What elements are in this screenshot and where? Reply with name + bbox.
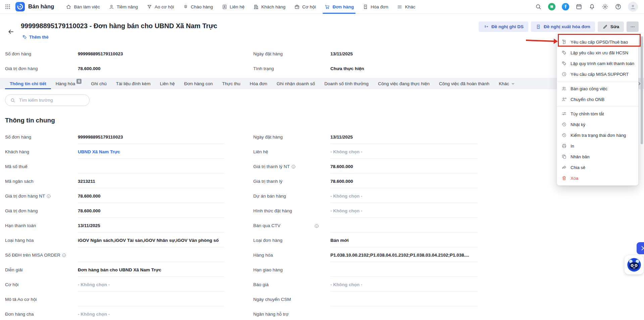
form-field-label: Diễn giải [5,267,23,272]
form-field-value[interactable]: - Không chọn - [330,205,478,218]
bell-icon[interactable] [589,3,595,10]
nav-item[interactable]: Chào hàng [178,0,217,14]
menu-item[interactable]: Chia sẻ [557,162,638,173]
form-field-value[interactable] [330,294,478,306]
form-field: Giá trị đơn hàng NT 78.600.000 [5,191,224,205]
action-button-label: Sửa [610,24,619,29]
nav-item[interactable]: Ao cơ hội [142,0,178,14]
menu-item[interactable]: Kiểm tra trạng thái đơn hàng [557,130,638,141]
form-field-value[interactable]: 13/11/2025 [330,131,478,144]
menu-item[interactable]: Tùy chỉnh tóm tắt [557,108,638,119]
menu-item[interactable]: Xóa [557,173,638,183]
menu-item[interactable]: Yêu cầu cấp MISA SUPPORT [557,69,638,79]
facebook-icon[interactable]: f [562,3,569,10]
form-field-value[interactable]: - Không chọn - [78,309,224,320]
form-field-value[interactable] [78,250,224,262]
nav-item[interactable]: Liên hệ [217,0,249,14]
printer-icon [561,143,567,149]
form-field-label: Dự án bán hàng [253,194,286,199]
tab[interactable]: Thông tin chi tiết [5,78,51,89]
form-field: Giá trị đơn hàng 78.600.000 [5,205,224,220]
tab-bar: Thông tin chi tiết Hàng hóa 6 Ghi chú Tà… [0,78,644,89]
form-field-value[interactable]: Bán mới [330,235,478,247]
form-field-value[interactable]: 999998895179110023 [78,131,224,144]
menu-item[interactable]: Nhân bản [557,151,638,162]
menu-item[interactable]: Chuyển cho ONB [557,94,638,105]
nav-item-label: Khác [405,4,415,9]
menu-item[interactable]: Nhật ký [557,119,638,130]
form-field-value[interactable]: UBND Xã Nam Trực [78,146,224,159]
form-field-value[interactable]: 78.600.000 [330,161,478,173]
form-field-value[interactable]: 13/11/2025 [78,220,224,232]
tab-badge: 6 [76,79,82,84]
tab[interactable]: Khác [494,78,520,89]
form-field-value[interactable] [78,294,224,306]
menu-item[interactable]: In [557,141,638,151]
menu-item[interactable]: Yêu cầu cấp GPSD/Thuê bao [557,37,638,47]
menu-item[interactable]: Bàn giao công việc [557,83,638,94]
calendar-icon[interactable] [576,3,582,10]
vertical-scrollbar[interactable] [641,36,643,144]
help-icon[interactable] [615,3,622,10]
action-button-label: Đề nghị ghi DS [491,24,524,29]
form-field-value[interactable]: - Không chọn - [78,279,224,291]
edit-button[interactable]: Sửa [598,21,624,32]
tab[interactable]: Doanh số tính thưởng [320,78,373,89]
nav-item[interactable]: Khác [392,0,420,14]
add-tag-link[interactable]: Thêm thẻ [22,35,49,40]
form-field-value[interactable]: 78.600.000 [78,191,224,203]
form-field-label: Giá trị đơn hàng [5,208,38,213]
tab[interactable]: Ghi chú [86,78,111,89]
propose-ds-button[interactable]: Đề nghị ghi DS [479,21,528,32]
app-launcher-icon[interactable] [5,4,11,10]
search-input[interactable] [18,97,85,103]
form-field-value[interactable]: P1.038.10.00.2102;P1.038.04.01.2102;P1.0… [330,250,478,262]
form-field-value[interactable] [330,264,478,277]
tab[interactable]: Đơn hàng con [179,78,217,89]
form-field-value[interactable]: - Không chọn - [330,146,478,159]
search-icon[interactable] [535,3,542,10]
form-field-value[interactable]: - Không chọn - [330,279,478,291]
form-field-value[interactable] [330,309,478,320]
form-field-value[interactable]: 78.600.000 [78,205,224,218]
nav-item-label: Bàn làm việc [74,4,100,9]
misa-book-icon[interactable] [548,3,555,10]
back-arrow-icon[interactable] [7,28,14,35]
nav-item[interactable]: Tiềm năng [104,0,142,14]
form-field-value[interactable]: - Không chọn - [330,191,478,203]
menu-item[interactable]: Lập yêu cầu xin ưu đãi HCSN [557,47,638,58]
menu-item[interactable]: Lập quy trình cam kết thanh toán [557,58,638,69]
collapse-chevron-button[interactable] [637,242,644,254]
share-icon [561,165,567,170]
nav-item[interactable]: Đơn hàng [320,0,358,14]
nav-item[interactable]: Cơ hội [290,0,320,14]
tab[interactable]: Tài liệu đính kèm [111,78,155,89]
info-icon [46,194,51,199]
tab[interactable]: Ghi nhận doanh số [272,78,320,89]
form-field-value[interactable]: 3213211 [78,176,224,188]
nav-item[interactable]: Khách hàng [249,0,290,14]
form-field-value[interactable]: 78.600.000 [330,176,478,188]
propose-invoice-button[interactable]: Đề nghị xuất hóa đơn [531,21,595,32]
history-icon [561,122,567,127]
tab[interactable]: Liên hệ [155,78,179,89]
tab-label: Khác [499,81,509,86]
form-field-value[interactable] [330,220,478,232]
tab[interactable]: Hóa đơn [245,78,272,89]
gear-icon[interactable] [602,3,608,10]
form-field-value[interactable]: Đơn hàng bán cho UBND Xã Nam Trực [78,264,224,277]
tab[interactable]: Hàng hóa 6 [51,78,87,89]
nav-item[interactable]: Hóa đơn [358,0,392,14]
app-logo-icon[interactable] [15,2,25,11]
nav-item[interactable]: Bàn làm việc [61,0,104,14]
avatar-icon[interactable] [628,2,638,12]
tab[interactable]: Thực thu [217,78,245,89]
form-field-value[interactable]: iGOV Ngân sách,iGOV Tài sản,iGOV Nhân sự… [78,235,224,247]
form-field-value[interactable] [78,161,224,173]
tab-label: Ghi nhận doanh số [277,81,315,86]
tab[interactable]: Công việc đang thực hiện [373,78,434,89]
more-button[interactable] [627,21,639,32]
menu-item-label: Xóa [571,176,578,181]
tab[interactable]: Công việc đã hoàn thành [434,78,494,89]
chatbot-button[interactable] [625,255,644,274]
